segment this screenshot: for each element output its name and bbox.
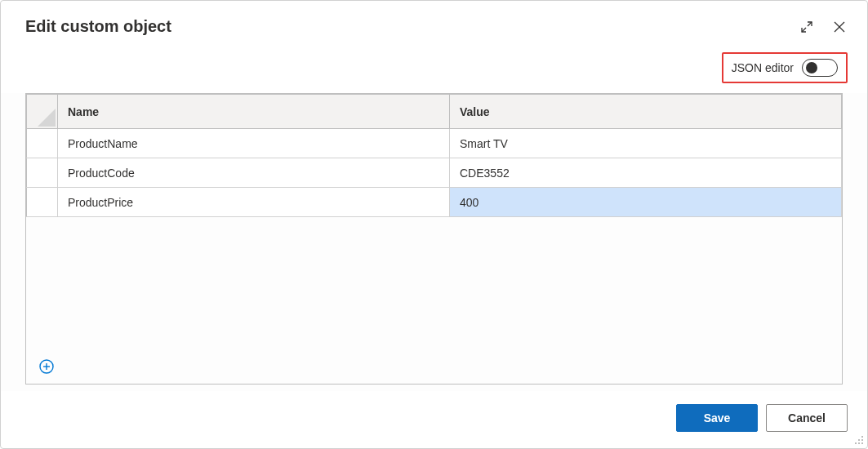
row-handle[interactable]	[27, 158, 58, 188]
column-header-name[interactable]: Name	[58, 95, 450, 129]
dialog-header: Edit custom object	[1, 1, 867, 46]
table-row[interactable]: ProductPrice 400	[27, 188, 842, 217]
json-editor-toggle[interactable]	[802, 59, 838, 77]
table-row[interactable]: ProductCode CDE3552	[27, 158, 842, 188]
expand-icon[interactable]	[799, 19, 815, 35]
svg-point-1	[861, 436, 863, 438]
cell-value[interactable]: Smart TV	[450, 129, 842, 158]
cell-name[interactable]: ProductPrice	[58, 188, 450, 217]
svg-point-4	[855, 442, 857, 444]
cell-value[interactable]: CDE3552	[450, 158, 842, 188]
svg-point-6	[861, 442, 863, 444]
cancel-button[interactable]: Cancel	[766, 404, 848, 432]
svg-point-3	[861, 439, 863, 441]
row-handle[interactable]	[27, 188, 58, 217]
table-corner[interactable]	[27, 95, 58, 129]
svg-point-2	[858, 439, 860, 441]
cell-name[interactable]: ProductName	[58, 129, 450, 158]
cell-name[interactable]: ProductCode	[58, 158, 450, 188]
header-controls	[799, 19, 848, 35]
close-icon[interactable]	[831, 19, 848, 35]
save-button[interactable]: Save	[676, 404, 758, 432]
json-editor-label: JSON editor	[732, 61, 794, 74]
resize-grip-icon[interactable]	[852, 433, 864, 445]
object-table: Name Value ProductName Smart TV ProductC…	[25, 93, 843, 217]
column-header-value[interactable]: Value	[450, 95, 842, 129]
table-row[interactable]: ProductName Smart TV	[27, 129, 842, 158]
svg-point-5	[858, 442, 860, 444]
json-editor-switch-highlight: JSON editor	[722, 52, 848, 83]
table-empty-area	[25, 217, 843, 385]
dialog-footer: Save Cancel	[1, 391, 867, 448]
add-row-button[interactable]	[38, 358, 56, 376]
row-handle[interactable]	[27, 129, 58, 158]
cell-value-selected[interactable]: 400	[450, 188, 842, 217]
dialog-title: Edit custom object	[25, 17, 799, 36]
dialog-body: Name Value ProductName Smart TV ProductC…	[1, 93, 867, 391]
edit-custom-object-dialog: Edit custom object JSON editor	[0, 0, 868, 449]
toggle-knob	[806, 62, 817, 73]
dialog-toolbar: JSON editor	[1, 46, 867, 93]
